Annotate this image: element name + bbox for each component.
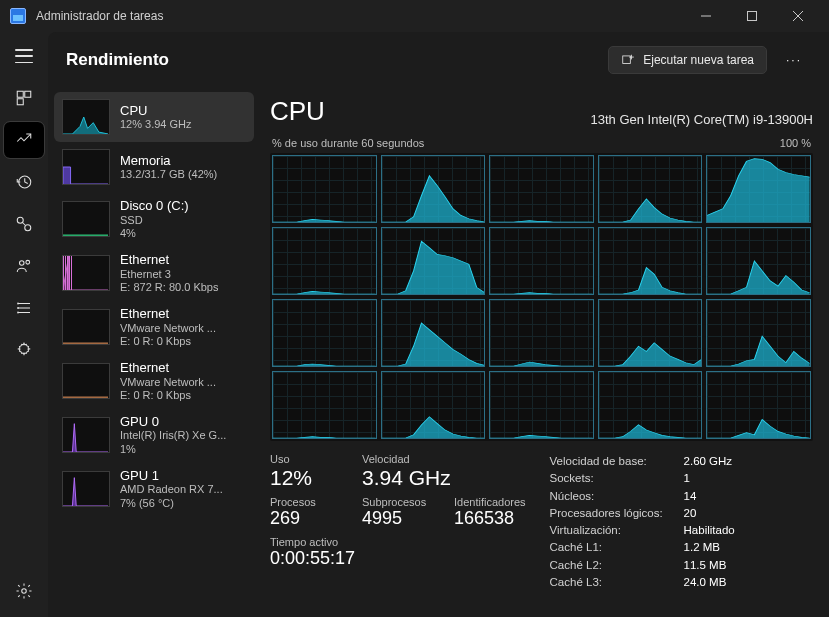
sidebar-item-eth-4[interactable]: EthernetVMware Network ...E: 0 R: 0 Kbps <box>54 300 254 354</box>
core-chart-3 <box>598 155 703 223</box>
nav-services[interactable] <box>4 332 44 368</box>
uptime-label: Tiempo activo <box>270 536 526 548</box>
sidebar-item-sub: Ethernet 3 <box>120 268 218 281</box>
sidebar-thumb <box>62 417 110 453</box>
nav-details[interactable] <box>4 290 44 326</box>
core-chart-5 <box>272 227 377 295</box>
speed-label: Velocidad <box>362 453 451 465</box>
run-task-icon <box>621 53 635 67</box>
core-chart-11 <box>381 299 486 367</box>
virt-label: Virtualización: <box>550 522 678 539</box>
sidebar-item-gpu-7[interactable]: GPU 1AMD Radeon RX 7...7% (56 °C) <box>54 462 254 516</box>
sidebar-thumb <box>62 99 110 135</box>
run-task-button[interactable]: Ejecutar nueva tarea <box>608 46 767 74</box>
sidebar-item-sub: SSD <box>120 214 189 227</box>
cpu-title: CPU <box>270 96 325 127</box>
sidebar-thumb <box>62 201 110 237</box>
sidebar-thumb <box>62 471 110 507</box>
sidebar-item-title: Ethernet <box>120 252 218 268</box>
core-chart-13 <box>598 299 703 367</box>
sockets-value: 1 <box>684 470 690 487</box>
svg-point-16 <box>18 303 19 304</box>
sidebar-item-sub: 13.2/31.7 GB (42%) <box>120 168 217 181</box>
svg-point-19 <box>22 589 27 594</box>
svg-point-11 <box>20 261 25 266</box>
l3-value: 24.0 MB <box>684 574 727 591</box>
sidebar-item-mem-1[interactable]: Memoria13.2/31.7 GB (42%) <box>54 142 254 192</box>
core-chart-16 <box>381 371 486 439</box>
sidebar-item-sub2: 1% <box>120 443 226 456</box>
threads-value: 4995 <box>362 508 432 530</box>
l2-value: 11.5 MB <box>684 557 727 574</box>
svg-marker-35 <box>707 159 810 222</box>
l2-label: Caché L2: <box>550 557 678 574</box>
more-button[interactable]: ··· <box>777 45 811 75</box>
svg-marker-32 <box>382 176 485 222</box>
sidebar-item-gpu-6[interactable]: GPU 0Intel(R) Iris(R) Xe G...1% <box>54 408 254 462</box>
base-speed-label: Velocidad de base: <box>550 453 678 470</box>
svg-rect-4 <box>17 91 23 97</box>
svg-marker-50 <box>707 420 810 438</box>
core-chart-15 <box>272 371 377 439</box>
core-chart-2 <box>489 155 594 223</box>
svg-point-12 <box>26 260 30 264</box>
l1-value: 1.2 MB <box>684 539 720 556</box>
core-chart-7 <box>489 227 594 295</box>
sidebar-item-sub: 12% 3.94 GHz <box>120 118 192 131</box>
processes-label: Procesos <box>270 496 340 508</box>
sidebar-item-eth_main-3[interactable]: EthernetEthernet 3E: 872 R: 80.0 Kbps <box>54 246 254 300</box>
core-chart-4 <box>706 155 811 223</box>
sidebar-item-sub2: E: 0 R: 0 Kbps <box>120 335 216 348</box>
svg-point-9 <box>25 225 31 231</box>
svg-marker-29 <box>63 424 108 452</box>
sidebar-thumb <box>62 309 110 345</box>
sidebar-item-title: Ethernet <box>120 306 216 322</box>
cpu-details: Velocidad de base:2.60 GHz Sockets:1 Núc… <box>550 453 813 591</box>
processes-value: 269 <box>270 508 340 530</box>
nav-processes[interactable] <box>4 80 44 116</box>
nav-rail <box>0 32 48 617</box>
svg-marker-24 <box>63 167 108 184</box>
handles-label: Identificadores <box>454 496 526 508</box>
page-header: Rendimiento Ejecutar nueva tarea ··· <box>48 32 829 88</box>
sidebar-item-cpu-0[interactable]: CPU12% 3.94 GHz <box>54 92 254 142</box>
core-chart-6 <box>381 227 486 295</box>
sidebar-item-sub2: E: 0 R: 0 Kbps <box>120 389 216 402</box>
core-chart-9 <box>706 227 811 295</box>
svg-rect-1 <box>748 12 757 21</box>
cores-label: Núcleos: <box>550 488 678 505</box>
core-grid[interactable] <box>270 153 813 441</box>
l1-label: Caché L1: <box>550 539 678 556</box>
minimize-button[interactable] <box>683 0 729 32</box>
close-button[interactable] <box>775 0 821 32</box>
sidebar-item-title: GPU 1 <box>120 468 223 484</box>
nav-hamburger[interactable] <box>4 38 44 74</box>
app-icon <box>10 8 26 24</box>
nav-history[interactable] <box>4 164 44 200</box>
sidebar-item-sub: VMware Network ... <box>120 322 216 335</box>
handles-value: 166538 <box>454 508 526 530</box>
svg-rect-6 <box>17 99 23 105</box>
uptime-value: 0:00:55:17 <box>270 548 526 570</box>
sidebar-item-eth-5[interactable]: EthernetVMware Network ...E: 0 R: 0 Kbps <box>54 354 254 408</box>
svg-marker-37 <box>382 241 485 294</box>
run-task-label: Ejecutar nueva tarea <box>643 53 754 67</box>
sidebar-item-disk-2[interactable]: Disco 0 (C:)SSD4% <box>54 192 254 246</box>
maximize-button[interactable] <box>729 0 775 32</box>
core-chart-18 <box>598 371 703 439</box>
sockets-label: Sockets: <box>550 470 678 487</box>
nav-users[interactable] <box>4 248 44 284</box>
core-chart-19 <box>706 371 811 439</box>
nav-settings[interactable] <box>4 573 44 609</box>
sidebar-thumb <box>62 363 110 399</box>
core-chart-12 <box>489 299 594 367</box>
cpu-model: 13th Gen Intel(R) Core(TM) i9-13900H <box>590 112 813 127</box>
core-chart-14 <box>706 299 811 367</box>
nav-startup[interactable] <box>4 206 44 242</box>
virt-value: Habilitado <box>684 522 735 539</box>
sidebar-item-sub2: 7% (56 °C) <box>120 497 223 510</box>
nav-performance[interactable] <box>4 122 44 158</box>
speed-value: 3.94 GHz <box>362 465 451 490</box>
sidebar-item-sub2: 4% <box>120 227 189 240</box>
svg-marker-39 <box>599 268 702 294</box>
